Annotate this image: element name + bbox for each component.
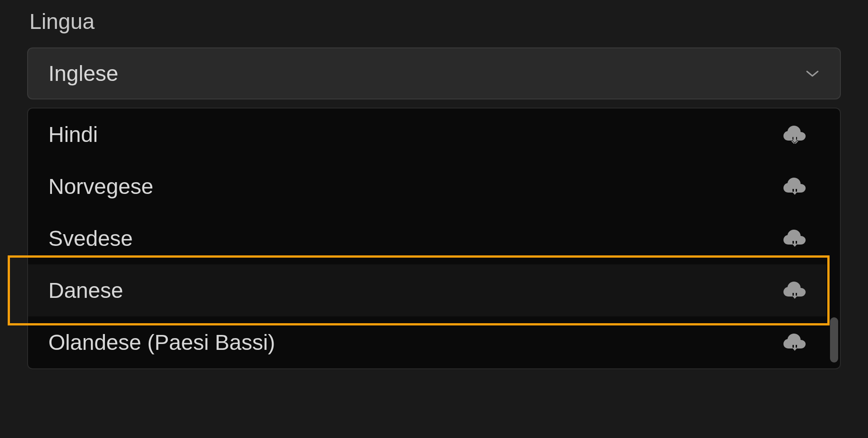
cloud-download-icon <box>783 334 806 352</box>
chevron-down-icon <box>805 66 820 81</box>
cloud-download-icon <box>783 126 806 144</box>
list-item-label: Hindi <box>48 122 98 147</box>
selected-language-text: Inglese <box>48 61 118 86</box>
cloud-download-icon <box>783 282 806 300</box>
list-item-label: Olandese (Paesi Bassi) <box>48 330 275 355</box>
list-item-label: Svedese <box>48 226 133 251</box>
cloud-download-icon <box>783 178 806 196</box>
svg-marker-7 <box>792 244 797 247</box>
language-dropdown-select[interactable]: Inglese <box>27 47 841 99</box>
scrollbar-thumb[interactable] <box>830 317 838 363</box>
language-label: Lingua <box>29 9 841 34</box>
svg-marker-11 <box>792 348 797 351</box>
scrollbar-track <box>830 112 838 365</box>
language-option-norvegese[interactable]: Norvegese <box>28 160 826 212</box>
language-dropdown-list: Hindi Norvegese <box>27 108 841 369</box>
selection-highlight <box>8 255 830 325</box>
language-option-hindi[interactable]: Hindi <box>28 108 826 160</box>
language-option-danese[interactable]: Danese <box>28 264 826 316</box>
list-item-label: Danese <box>48 278 123 303</box>
language-option-olandese[interactable]: Olandese (Paesi Bassi) <box>28 316 826 368</box>
cloud-download-icon <box>783 230 806 248</box>
list-item-label: Norvegese <box>48 174 153 199</box>
svg-marker-9 <box>792 296 797 299</box>
language-option-svedese[interactable]: Svedese <box>28 212 826 264</box>
svg-marker-5 <box>792 192 797 195</box>
